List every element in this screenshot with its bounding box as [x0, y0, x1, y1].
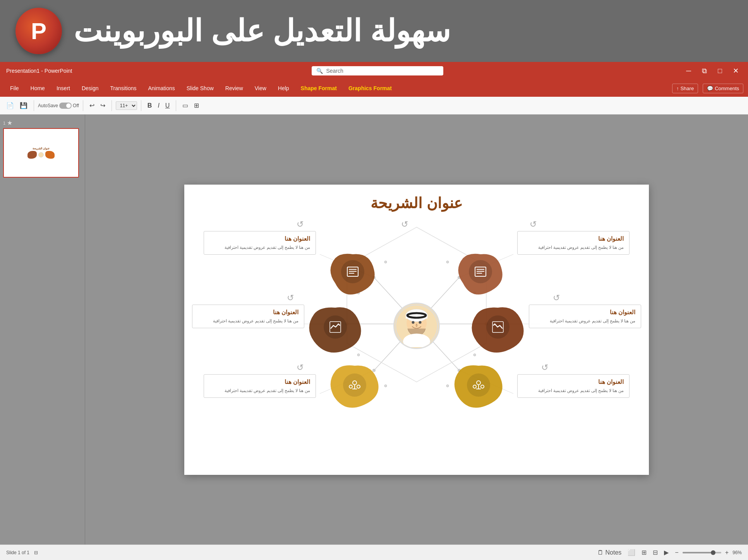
slide-count: Slide 1 of 1 [6, 550, 29, 555]
box-title-top-right: العنوان هنا [523, 235, 624, 242]
menu-file[interactable]: File [5, 83, 24, 94]
normal-view-button[interactable]: ⬜ [626, 548, 637, 557]
svg-point-51 [473, 385, 476, 388]
bold-button[interactable]: B [145, 101, 154, 110]
toolbar-autosave: AutoSave Off [38, 103, 79, 109]
app-title: Presentation1 - PowerPoint [6, 68, 72, 74]
slide-thumbnail-container: 1 ★ عنوان الشريحة [3, 119, 82, 178]
toolbar-new[interactable]: 📄 [4, 101, 16, 110]
menu-insert[interactable]: Insert [51, 83, 75, 94]
notes-label: Notes [605, 549, 621, 556]
menu-shapeformat[interactable]: Shape Format [295, 83, 342, 94]
reading-view-button[interactable]: ⊟ [651, 548, 659, 557]
content-box-top-right[interactable]: العنوان هنا من هنا لا يطمح إلى تقديم عرو… [517, 231, 630, 255]
underline-button[interactable]: U [163, 101, 172, 110]
deco-bot-left: ↺ [297, 363, 304, 373]
ppt-logo: P [15, 8, 62, 54]
logo-letter: P [31, 18, 46, 45]
blob-top-left [328, 250, 378, 297]
slide-thumbnail[interactable]: عنوان الشريحة [3, 128, 79, 178]
slideshow-view-button[interactable]: ▶ [662, 548, 670, 557]
main-area: 1 ★ عنوان الشريحة [0, 115, 748, 545]
zoom-out-button[interactable]: − [673, 548, 680, 557]
status-bar-left: Slide 1 of 1 ⊟ [6, 550, 38, 555]
box-text-top-right: من هنا لا يطمح إلى تقديم عروض تقديمية اح… [523, 244, 624, 251]
toolbar-sep4 [141, 100, 141, 111]
content-box-top-left[interactable]: العنوان هنا من هنا لا يطمح إلى تقديم عرو… [204, 231, 316, 255]
toolbar-format: 11+121416 [116, 101, 137, 110]
menu-home[interactable]: Home [25, 83, 50, 94]
arrange-btn[interactable]: ⊞ [192, 101, 201, 110]
search-icon: 🔍 [316, 68, 323, 74]
menu-help[interactable]: Help [273, 83, 295, 94]
toolbar-save[interactable]: 💾 [17, 101, 30, 110]
content-box-mid-right[interactable]: العنوان هنا من هنا لا يطمح إلى تقديم عرو… [529, 305, 641, 329]
autosave-toggle[interactable] [59, 103, 72, 109]
blob-mid-left [308, 305, 362, 355]
share-label: Share [680, 86, 694, 91]
svg-point-33 [419, 321, 422, 324]
toolbar-sep3 [112, 100, 112, 111]
notes-icon: 🗒 [597, 549, 604, 556]
center-avatar [393, 303, 440, 349]
font-size-select[interactable]: 11+121416 [116, 101, 137, 110]
shape-btn[interactable]: ▭ [180, 101, 190, 110]
svg-point-40 [353, 381, 357, 385]
deco-top-center-left: ↺ [401, 219, 408, 229]
close-button[interactable]: ✕ [730, 66, 742, 76]
slide-number: 1 ★ [3, 119, 82, 127]
svg-point-32 [412, 321, 415, 324]
minimize-button[interactable]: ─ [683, 66, 694, 76]
toolbar-sep2 [83, 100, 83, 111]
header-banner: P سهولة التعديل على البوربوينت [0, 0, 748, 62]
svg-point-26 [446, 385, 449, 387]
svg-point-41 [349, 385, 352, 388]
deco-top-center-right: ↺ [530, 219, 537, 229]
svg-point-23 [446, 261, 449, 263]
menu-transitions[interactable]: Transitions [105, 83, 142, 94]
box-title-top-left: العنوان هنا [209, 235, 310, 242]
content-box-mid-left[interactable]: العنوان هنا من هنا لا يطمح إلى تقديم عرو… [192, 305, 304, 329]
svg-point-50 [477, 381, 480, 385]
zoom-in-button[interactable]: + [724, 548, 730, 557]
box-text-mid-left: من هنا لا يطمح إلى تقديم عروض تقديمية اح… [198, 318, 299, 324]
menu-slideshow[interactable]: Slide Show [181, 83, 219, 94]
undo-button[interactable]: ↩ [87, 101, 97, 110]
maximize-button[interactable]: □ [715, 66, 725, 76]
menu-graphicsformat[interactable]: Graphics Format [343, 83, 397, 94]
share-button[interactable]: ↑ Share [672, 84, 698, 93]
toolbar-undoredo: ↩ ↪ [87, 101, 108, 110]
box-title-mid-left: العنوان هنا [198, 309, 299, 316]
svg-point-19 [384, 261, 387, 263]
restore-button[interactable]: ⧉ [699, 66, 710, 76]
title-bar-right: ─ ⧉ □ ✕ [683, 66, 742, 76]
title-bar: Presentation1 - PowerPoint 🔍 Search ─ ⧉ … [0, 62, 748, 80]
canvas-area: عنوان الشريحة [85, 115, 748, 545]
redo-button[interactable]: ↪ [98, 101, 108, 110]
search-box[interactable]: 🔍 Search [312, 66, 443, 75]
slide[interactable]: عنوان الشريحة [184, 185, 649, 475]
box-title-bot-right: العنوان هنا [523, 378, 624, 385]
menu-view[interactable]: View [249, 83, 272, 94]
comments-label: Comments [715, 86, 739, 91]
toolbar-group-left: 📄 💾 [4, 101, 30, 110]
slide-sorter-button[interactable]: ⊞ [640, 548, 648, 557]
menu-design[interactable]: Design [76, 83, 104, 94]
zoom-control: − + 96% [673, 548, 742, 557]
box-text-mid-right: من هنا لا يطمح إلى تقديم عروض تقديمية اح… [535, 318, 635, 324]
content-box-bot-left[interactable]: العنوان هنا من هنا لا يطمح إلى تقديم عرو… [204, 374, 316, 398]
menu-animations[interactable]: Animations [142, 83, 180, 94]
svg-point-22 [384, 385, 387, 387]
menu-review[interactable]: Review [220, 83, 249, 94]
notes-button[interactable]: 🗒 Notes [596, 548, 623, 557]
status-bar-right: 🗒 Notes ⬜ ⊞ ⊟ ▶ − + 96% [596, 548, 742, 557]
slide-title: عنوان الشريحة [371, 195, 463, 212]
blob-mid-right [471, 305, 525, 355]
toolbar-sep1 [34, 100, 34, 111]
comments-button[interactable]: 💬 Comments [703, 84, 743, 93]
status-icon: ⊟ [34, 550, 38, 555]
italic-button[interactable]: I [155, 101, 161, 110]
zoom-slider[interactable] [683, 552, 721, 553]
menu-bar: File Home Insert Design Transitions Anim… [0, 80, 748, 97]
content-box-bot-right[interactable]: العنوان هنا من هنا لا يطمح إلى تقديم عرو… [517, 374, 630, 398]
